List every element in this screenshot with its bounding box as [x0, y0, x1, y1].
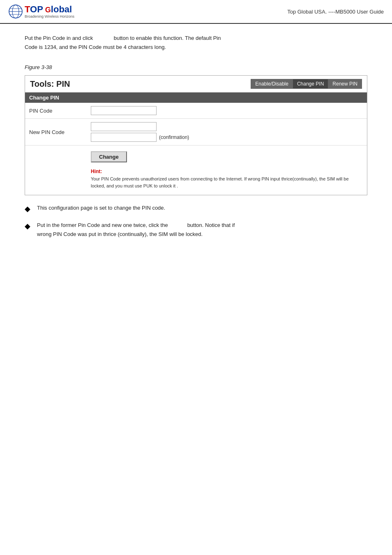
page-header: TOP Global Broadening Wireless Horizons …	[0, 0, 392, 24]
bullet-1-content: This configuration page is set to change…	[37, 204, 165, 213]
bullet-section-2: ◆ Put in the former Pin Code and new one…	[25, 221, 367, 239]
bullet-1-text: This configuration page is set to change…	[37, 205, 165, 211]
bullet-2-line2: wrong PIN Code was put in thrice (contin…	[37, 231, 203, 237]
hint-area: Hint: Your PIN Code prevents unauthorize…	[25, 166, 367, 195]
tools-pin-widget: Tools: PIN Enable/Disable Change PIN Ren…	[25, 75, 367, 195]
pin-code-label: PIN Code	[25, 103, 87, 119]
intro-line1-part1: Put the Pin Code in and click	[25, 35, 93, 41]
logo: TOP Global Broadening Wireless Horizons	[8, 4, 74, 19]
logo-globe-icon	[8, 4, 23, 19]
widget-title: Tools: PIN	[30, 79, 70, 89]
table-row: PIN Code	[25, 103, 367, 119]
button-area: Change	[25, 146, 367, 166]
bullet-2-line1-part1: Put in the former Pin Code and new one t…	[37, 222, 168, 228]
new-pin-row-1	[91, 122, 363, 131]
confirmation-label: (confirmation)	[159, 134, 189, 140]
widget-header: Tools: PIN Enable/Disable Change PIN Ren…	[25, 76, 367, 92]
bullet-diamond-icon-2: ◆	[25, 222, 30, 239]
hint-title: Hint:	[91, 169, 102, 174]
table-row: New PIN Code (confirmation)	[25, 119, 367, 146]
new-pin-code-input[interactable]	[91, 122, 157, 131]
main-content: Put the Pin Code in and click button to …	[0, 24, 392, 256]
bullet-2-content: Put in the former Pin Code and new one t…	[37, 221, 235, 239]
tab-change-pin[interactable]: Change PIN	[293, 79, 328, 89]
bullet-section-1: ◆ This configuration page is set to chan…	[25, 204, 367, 213]
intro-paragraph: Put the Pin Code in and click button to …	[25, 34, 367, 52]
form-section-header: Change PIN	[25, 92, 367, 103]
new-pin-row-2: (confirmation)	[91, 133, 363, 142]
hint-text: Your PIN Code prevents unauthorized user…	[91, 176, 363, 189]
tab-enable-disable[interactable]: Enable/Disable	[251, 79, 293, 89]
pin-code-cell	[87, 103, 367, 119]
form-table: PIN Code New PIN Code	[25, 103, 367, 146]
new-pin-confirm-input[interactable]	[91, 133, 157, 142]
new-pin-code-label: New PIN Code	[25, 119, 87, 146]
page-title: Top Global USA. ----MB5000 User Guide	[287, 9, 384, 15]
intro-line1-part2: button to enable this function. The defa…	[114, 35, 221, 41]
intro-line2: Code is 1234, and the PIN Code must be 4…	[25, 44, 166, 50]
figure-label: Figure 3-38	[25, 64, 367, 70]
form-section: Change PIN PIN Code New PIN Code	[25, 92, 367, 195]
pin-code-input[interactable]	[91, 106, 157, 115]
new-pin-inputs: (confirmation)	[91, 122, 363, 142]
logo-text: TOP Global	[25, 5, 74, 14]
bullet-2-line1-part2: button. Notice that if	[187, 222, 235, 228]
change-button[interactable]: Change	[91, 151, 127, 162]
new-pin-code-cell: (confirmation)	[87, 119, 367, 146]
bullet-diamond-icon: ◆	[25, 204, 30, 213]
tab-renew-pin[interactable]: Renew PIN	[328, 79, 362, 89]
logo-subtitle: Broadening Wireless Horizons	[25, 14, 74, 18]
